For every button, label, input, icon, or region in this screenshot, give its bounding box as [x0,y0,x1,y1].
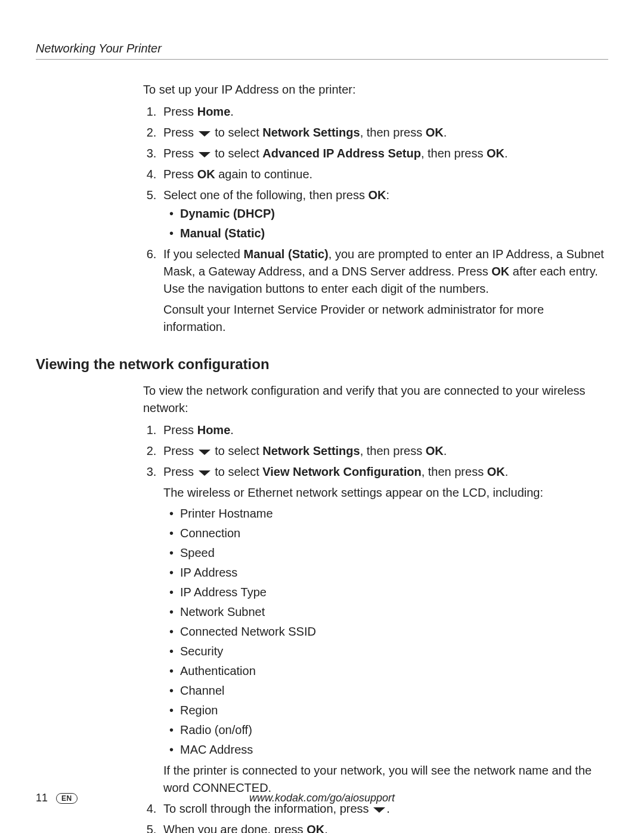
view-network-steps: Press Home. Press to select Network Sett… [143,422,608,833]
down-arrow-icon [197,147,212,160]
step-1: Press Home. [160,103,608,120]
view-network-section: To view the network configuration and ve… [143,382,608,833]
step-3: Press to select Advanced IP Address Setu… [160,145,608,162]
list-item: Security [169,643,608,660]
view-network-intro: To view the network configuration and ve… [143,382,608,417]
option-manual: Manual (Static) [169,225,608,242]
svg-marker-2 [199,450,210,455]
setup-ip-steps: Press Home. Press to select Network Sett… [143,103,608,336]
list-item: Printer Hostname [169,505,608,522]
step-6-note: Consult your Internet Service Provider o… [163,301,608,336]
list-item: Connection [169,525,608,542]
step-6: If you selected Manual (Static), you are… [160,246,608,336]
list-item: Speed [169,544,608,562]
list-item: Radio (on/off) [169,721,608,739]
vn-step-3-after: The wireless or Ethernet network setting… [163,484,608,501]
vn-step-1: Press Home. [160,422,608,439]
vn-step-2: Press to select Network Settings, then p… [160,442,608,460]
step-5-options: Dynamic (DHCP) Manual (Static) [169,205,608,242]
svg-marker-3 [199,470,210,476]
page-footer: www.kodak.com/go/aiosupport 11 EN [36,792,608,804]
list-item: Channel [169,682,608,699]
step-5: Select one of the following, then press … [160,187,608,242]
vn-step-5: When you are done, press OK. [160,821,608,833]
page: Networking Your Printer To set up your I… [0,0,644,833]
vn-step-3: Press to select View Network Configurati… [160,463,608,797]
step-2: Press to select Network Settings, then p… [160,124,608,141]
running-header: Networking Your Printer [36,42,608,60]
footer-url: www.kodak.com/go/aiosupport [36,792,608,804]
list-item: MAC Address [169,741,608,758]
down-arrow-icon [197,126,212,139]
setup-ip-section: To set up your IP Address on the printer… [143,81,608,336]
svg-marker-0 [199,131,210,137]
svg-marker-1 [199,152,210,157]
list-item: Region [169,702,608,719]
down-arrow-icon [197,444,212,457]
list-item: Connected Network SSID [169,623,608,640]
option-dhcp: Dynamic (DHCP) [169,205,608,222]
section-heading-view-network: Viewing the network configuration [36,356,608,373]
svg-marker-4 [373,807,385,813]
step-4: Press OK again to continue. [160,166,608,183]
network-settings-list: Printer Hostname Connection Speed IP Add… [169,505,608,758]
list-item: Authentication [169,662,608,680]
down-arrow-icon [197,465,212,478]
list-item: IP Address [169,564,608,581]
section-title: Networking Your Printer [36,42,162,55]
setup-ip-intro: To set up your IP Address on the printer… [143,81,608,98]
list-item: IP Address Type [169,584,608,601]
list-item: Network Subnet [169,603,608,621]
